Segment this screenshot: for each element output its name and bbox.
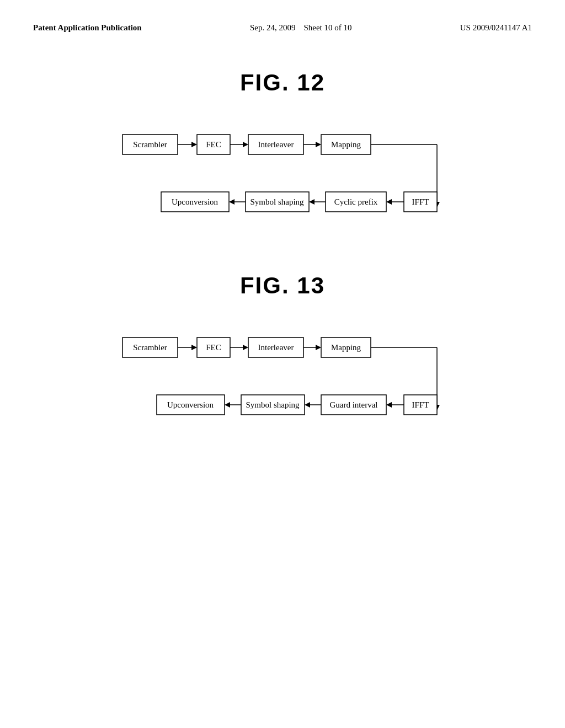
svg-text:Symbol shaping: Symbol shaping: [246, 400, 300, 409]
svg-marker-55: [305, 402, 310, 408]
svg-text:Mapping: Mapping: [331, 343, 361, 352]
svg-text:IFFT: IFFT: [412, 197, 429, 206]
header: Patent Application Publication Sep. 24, …: [33, 22, 532, 36]
svg-text:Scrambler: Scrambler: [133, 140, 167, 149]
svg-marker-3: [191, 142, 197, 147]
fig13-diagram: Scrambler FEC Interleaver Mapping: [89, 326, 476, 426]
page: Patent Application Publication Sep. 24, …: [0, 0, 565, 728]
date-label: Sep. 24, 2009: [250, 23, 296, 32]
svg-marker-24: [309, 199, 315, 205]
svg-marker-51: [386, 402, 392, 408]
fig13-title: FIG. 13: [33, 272, 532, 299]
svg-marker-59: [225, 402, 230, 408]
svg-text:Upconversion: Upconversion: [172, 197, 218, 206]
svg-text:Upconversion: Upconversion: [167, 400, 214, 409]
svg-text:FEC: FEC: [206, 140, 221, 149]
svg-text:Scrambler: Scrambler: [133, 343, 167, 352]
figure-13-section: FIG. 13 Scrambler FEC Interleaver: [33, 272, 532, 426]
header-right: US 2009/0241147 A1: [460, 22, 532, 34]
sheet-label: Sheet 10 of 10: [303, 23, 351, 32]
svg-marker-11: [316, 142, 321, 147]
patent-number-label: US 2009/0241147 A1: [460, 23, 532, 32]
svg-marker-42: [316, 345, 321, 350]
svg-text:Interleaver: Interleaver: [258, 140, 294, 149]
svg-marker-28: [229, 199, 234, 205]
svg-text:Mapping: Mapping: [331, 140, 361, 149]
svg-marker-34: [191, 345, 197, 350]
figure-12-section: FIG. 12 Scrambler FEC Interleaver: [33, 69, 532, 223]
svg-marker-7: [243, 142, 248, 147]
svg-marker-38: [243, 345, 248, 350]
svg-text:IFFT: IFFT: [412, 400, 429, 409]
publication-label: Patent Application Publication: [33, 23, 142, 32]
svg-text:Cyclic prefix: Cyclic prefix: [334, 197, 378, 206]
svg-text:Guard interval: Guard interval: [329, 400, 377, 409]
header-center: Sep. 24, 2009 Sheet 10 of 10: [250, 22, 352, 34]
svg-text:Interleaver: Interleaver: [258, 343, 294, 352]
header-left: Patent Application Publication: [33, 22, 142, 34]
svg-marker-20: [386, 199, 392, 205]
svg-text:Symbol shaping: Symbol shaping: [250, 197, 304, 206]
fig12-title: FIG. 12: [33, 69, 532, 96]
fig12-diagram: Scrambler FEC Interleaver Mapping: [89, 124, 476, 223]
svg-text:FEC: FEC: [206, 343, 221, 352]
